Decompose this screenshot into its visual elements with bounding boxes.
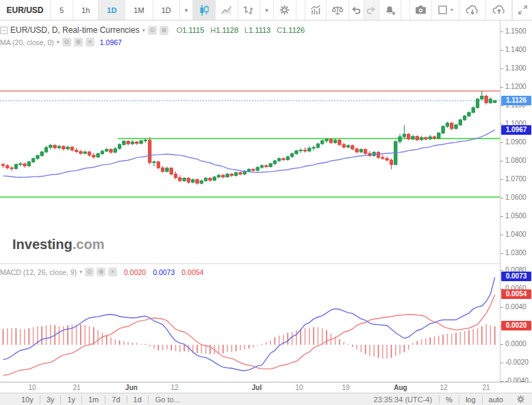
price-tick-label: 1.0500	[505, 213, 527, 220]
interval-button-1m-3[interactable]: 1M	[125, 0, 153, 20]
range-button-1d[interactable]: 1d	[127, 395, 149, 404]
title-caret-icon[interactable]: ▾	[142, 27, 145, 34]
screenshot-camera-button[interactable]	[409, 0, 432, 20]
time-axis[interactable]: 1021Jun12Jul1019Aug1221	[0, 382, 500, 393]
series-settings-gear-icon[interactable]: ⊛	[160, 26, 168, 35]
price-tick-mark	[501, 198, 503, 198]
chart-application: EUR/USD 51h1D1M1D ▾ ▾	[0, 0, 532, 405]
cloud-save-button[interactable]	[486, 0, 513, 20]
undo-button[interactable]	[349, 0, 364, 20]
time-axis-label: Jul	[252, 384, 262, 391]
cloud-load-button[interactable]	[459, 0, 486, 20]
macd-tag: 0.0073	[501, 272, 531, 281]
open-value: 1.1115	[182, 26, 204, 34]
interval-dropdown-button[interactable]: ▾	[180, 0, 194, 20]
price-tick-mark	[501, 124, 503, 125]
interval-button-5-0[interactable]: 5	[51, 0, 73, 20]
low-value: 1.1113	[249, 26, 270, 34]
range-buttons: 10y3y1y1m7d1d	[15, 395, 149, 404]
indicators-button[interactable]	[305, 0, 327, 20]
watermark-suffix: .com	[73, 237, 105, 252]
collapse-pane-icon[interactable]: −	[0, 27, 8, 34]
redo-icon	[366, 5, 377, 16]
main-chart-pane[interactable]: − EUR/USD, D, Real-time Currencies ▾ ⊙ ⊛…	[0, 21, 500, 263]
range-button-1m[interactable]: 1m	[82, 395, 105, 404]
range-button-1y[interactable]: 1y	[61, 395, 82, 404]
eye-icon[interactable]: ⊙	[148, 26, 157, 35]
line-chart-button[interactable]	[216, 0, 238, 20]
candlestick-chart	[0, 21, 500, 263]
interval-button-1h-1[interactable]: 1h	[73, 0, 99, 20]
time-axis-label: 12	[170, 384, 178, 391]
step-chart-button[interactable]	[238, 0, 261, 20]
time-axis-label: 19	[342, 384, 349, 391]
high-value: 1.1128	[216, 26, 238, 34]
range-button-10y[interactable]: 10y	[15, 395, 40, 404]
ma-caret-icon[interactable]: ▾	[57, 39, 60, 45]
price-tick-mark	[501, 161, 503, 161]
macd-close-icon[interactable]: ×	[108, 267, 117, 276]
interval-button-1d-4[interactable]: 1D	[153, 0, 180, 20]
close-value: 1.1126	[282, 26, 305, 34]
top-toolbar: EUR/USD 51h1D1M1D ▾ ▾	[0, 0, 532, 21]
macd-tick-mark	[501, 344, 503, 345]
time-axis-label: 12	[440, 384, 447, 391]
price-axis[interactable]: 1.15001.14001.13001.12001.11001.10001.09…	[500, 21, 532, 382]
scales-icon	[331, 4, 344, 16]
price-tick-mark	[501, 105, 503, 106]
range-button-7d[interactable]: 7d	[105, 395, 127, 404]
price-tick-mark	[501, 68, 503, 69]
camera-icon	[414, 3, 427, 16]
pane-title: EUR/USD, D, Real-time Currencies	[10, 25, 140, 35]
indicators-icon	[309, 4, 322, 16]
macd-line-value: 0.0073	[153, 268, 175, 276]
watermark-brand: Investing	[12, 237, 73, 252]
macd-caret-icon[interactable]: ▾	[79, 269, 82, 275]
price-tick-mark	[501, 253, 503, 254]
close-label: C	[277, 26, 282, 34]
macd-pane[interactable]: MACD (12, 26, close, 9) ▾ ⊙ ⊛ × 0.0020 0…	[0, 263, 500, 382]
price-tick-label: 1.1200	[505, 83, 527, 90]
ohlc-readout: O1.1115 H1.1128 L1.1113 C1.1126	[177, 26, 305, 34]
undo-icon	[351, 5, 362, 16]
settings-gear-button[interactable]	[274, 0, 296, 20]
instrument-header: − EUR/USD, D, Real-time Currencies ▾ ⊙ ⊛…	[0, 25, 305, 35]
chart-type-dropdown-button[interactable]: ▾	[260, 0, 274, 20]
bottom-right-group: 23:35:34 (UTC-4) % log auto	[367, 395, 532, 404]
compare-button[interactable]	[327, 0, 349, 20]
ma-gear-icon[interactable]: ⊛	[74, 38, 83, 47]
interval-button-1d-2[interactable]: 1D	[99, 0, 125, 20]
fullscreen-button[interactable]	[512, 0, 532, 20]
percent-scale-button[interactable]: %	[440, 395, 459, 404]
clock[interactable]: 23:35:34 (UTC-4)	[367, 395, 440, 404]
macd-tick-label: 0.0040	[505, 304, 527, 311]
layout-button[interactable]: ▾	[432, 0, 459, 20]
macd-tick-label: 0.0000	[505, 341, 527, 348]
range-button-3y[interactable]: 3y	[40, 395, 62, 404]
price-tick-label: 1.0400	[505, 231, 527, 238]
goto-button[interactable]: Go to...	[149, 395, 187, 404]
line-chart-icon	[220, 4, 233, 16]
macd-eye-icon[interactable]: ⊙	[85, 267, 94, 276]
time-axis-label: 10	[28, 384, 36, 391]
symbol-button[interactable]: EUR/USD	[0, 0, 51, 20]
auto-scale-button[interactable]: auto	[483, 395, 509, 404]
macd-tick-label: -0.0020	[505, 359, 529, 366]
price-tick-label: 1.1400	[505, 47, 527, 53]
candlestick-chart-button[interactable]	[193, 0, 216, 20]
watermark: Investing.com	[12, 237, 104, 252]
ma-eye-icon[interactable]: ⊙	[62, 38, 71, 47]
axis-settings-button[interactable]	[509, 395, 532, 404]
macd-gear-icon[interactable]: ⊛	[97, 267, 105, 276]
log-scale-button[interactable]: log	[459, 395, 483, 404]
step-chart-icon	[242, 4, 255, 16]
time-axis-label: Aug	[394, 384, 407, 391]
price-tick-mark	[501, 142, 503, 143]
alert-bell-button[interactable]	[379, 0, 402, 20]
macd-chart	[0, 264, 500, 382]
ma-close-icon[interactable]: ×	[86, 38, 94, 47]
redo-button[interactable]	[364, 0, 379, 20]
ma-indicator-header: MA (20, close, 0) ▾ ⊙ ⊛ × 1.0967	[0, 38, 122, 47]
price-tag: 1.0967	[501, 125, 531, 135]
cloud-download-icon	[465, 4, 480, 16]
